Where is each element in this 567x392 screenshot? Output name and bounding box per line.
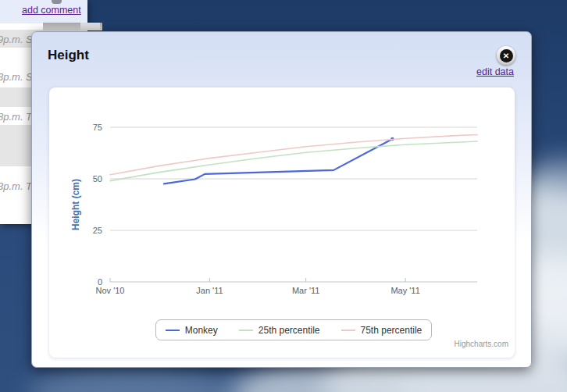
background-toolbar-fragment xyxy=(80,23,100,30)
y-axis-title: Height (cm) xyxy=(70,150,83,259)
modal-title: Height xyxy=(48,48,89,63)
legend-swatch xyxy=(341,330,355,331)
x-tick-label: Mar '11 xyxy=(275,286,337,295)
series-line-25th-percentile[interactable] xyxy=(110,141,477,181)
y-tick-label: 50 xyxy=(49,174,102,184)
legend-label: Monkey xyxy=(185,325,218,336)
y-tick-label: 75 xyxy=(49,123,102,132)
add-comment-link[interactable]: add comment xyxy=(22,5,81,16)
highcharts-credits[interactable]: Highcharts.com xyxy=(455,340,508,348)
legend-item-25th-percentile[interactable]: 25th percentile xyxy=(239,325,320,336)
x-tick-label: Nov '10 xyxy=(79,286,141,295)
series-line-75th-percentile[interactable] xyxy=(110,135,477,175)
x-tick-label: May '11 xyxy=(374,286,437,295)
close-icon: ✕ xyxy=(500,49,513,62)
app-background: 9p.m. S3p.m. S8p.m. T3p.m. T add comment… xyxy=(0,0,567,392)
legend-label: 75th percentile xyxy=(361,325,423,336)
y-tick-label: 25 xyxy=(49,226,102,235)
legend-item-75th-percentile[interactable]: 75th percentile xyxy=(341,325,423,336)
close-button[interactable]: ✕ xyxy=(497,46,515,65)
series-line-monkey[interactable] xyxy=(164,139,393,184)
chart-panel: Height (cm) 0255075 Nov '10Jan '11Mar '1… xyxy=(49,87,515,358)
background-button-fragment xyxy=(52,0,62,4)
cloud xyxy=(27,365,238,392)
legend-swatch xyxy=(166,330,180,331)
x-tick-label: Jan '11 xyxy=(178,286,241,295)
legend-swatch xyxy=(239,330,253,331)
edit-data-link[interactable]: edit data xyxy=(476,66,514,77)
legend-label: 25th percentile xyxy=(259,325,320,336)
height-chart-modal: Height ✕ edit data Height (cm) 0255075 N… xyxy=(31,31,532,368)
legend-item-monkey[interactable]: Monkey xyxy=(166,325,218,336)
chart-legend: Monkey25th percentile75th percentile xyxy=(155,319,432,340)
chart-plot-area xyxy=(49,87,515,358)
